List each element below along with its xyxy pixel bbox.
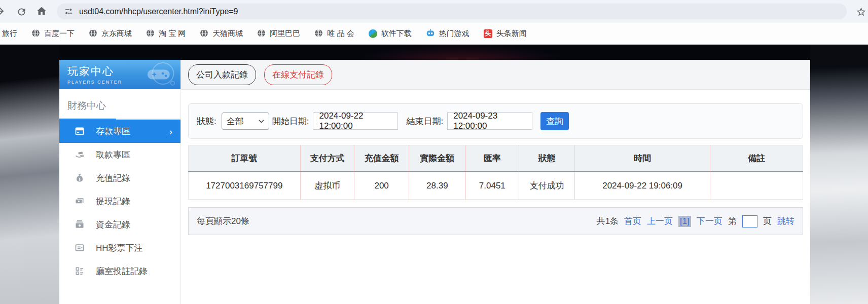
chevron-right-icon: ›: [169, 127, 172, 136]
sidebar-item-withdrawal-record[interactable]: 提現記錄: [59, 189, 180, 213]
sidebar-item-label: 廳室投註記錄: [96, 265, 148, 277]
home-icon[interactable]: [35, 5, 48, 17]
sidebar-item-label: 資金記錄: [96, 219, 130, 231]
browser-window: usdt04.com/hhcp/usercenter.html?iniType=…: [0, 0, 868, 304]
main-content: 狀態: 全部 開始日期: 2024-09-22 12:00:00 結束日期: 2…: [181, 90, 810, 304]
col-exchange-rate: 匯率: [465, 145, 519, 172]
cell-order-number: 1727003169757799: [189, 172, 301, 200]
bookmark-item[interactable]: 唯 品 会: [314, 29, 354, 39]
bookmark-item[interactable]: 百度一下: [31, 29, 75, 39]
url-text[interactable]: usdt04.com/hhcp/usercenter.html?iniType=…: [79, 7, 238, 16]
col-order-number: 訂單號: [189, 145, 301, 172]
page-suffix-text: 页: [763, 215, 772, 227]
col-actual-amount: 實際金額: [409, 145, 466, 172]
background-left-strip: [0, 45, 59, 304]
globe-icon: [314, 29, 323, 39]
ticket-list-icon: [75, 243, 85, 253]
col-remark: 備註: [710, 145, 803, 172]
browser-toolbar: usdt04.com/hhcp/usercenter.html?iniType=…: [0, 0, 868, 23]
bookmark-item[interactable]: 天猫商城: [200, 29, 243, 39]
bookmark-label: 阿里巴巴: [270, 29, 300, 39]
bookmark-label: 唯 品 会: [327, 29, 354, 39]
record-tabs: 公司入款記錄 在線支付記錄: [181, 60, 810, 90]
globe-icon: [257, 29, 266, 39]
col-recharge-amount: 充值金額: [354, 145, 409, 172]
bookmark-label: 百度一下: [44, 29, 75, 39]
page-prefix-text: 第: [728, 215, 737, 227]
current-page-indicator: [1]: [678, 216, 691, 227]
sidebar-header: 玩家中心 PLAYERS CENTER: [59, 60, 180, 89]
wallet-card-icon: [75, 196, 85, 206]
globe-icon: [89, 29, 97, 39]
pagination-bar: 每頁顯示20條 共1条 首页 上一页 [1] 下一页 第 页 跳转: [188, 207, 803, 235]
bookmark-item[interactable]: 阿里巴巴: [257, 29, 300, 39]
bookmark-item[interactable]: 京东商城: [89, 29, 132, 39]
background-right-strip: [810, 45, 868, 304]
page-jump-input[interactable]: [742, 215, 757, 227]
status-label: 狀態:: [197, 116, 216, 127]
cell-exchange-rate: 7.0451: [465, 172, 519, 200]
query-button[interactable]: 查詢: [540, 112, 569, 130]
records-table: 訂單號 支付方式 充值金額 實際金額 匯率 狀態 時間 備註: [188, 145, 803, 200]
gamepad-icon: [134, 61, 178, 89]
bookmark-label: 热门游戏: [439, 29, 469, 39]
site-settings-icon[interactable]: [64, 7, 73, 16]
sidebar-item-hh-lottery-bets[interactable]: HH彩票下注: [59, 236, 180, 259]
bookmark-item[interactable]: 头头条新闻: [484, 29, 527, 39]
sidebar-item-withdraw-zone[interactable]: 取款專區: [59, 143, 180, 166]
section-divider-accent: [59, 119, 116, 120]
filter-bar: 狀態: 全部 開始日期: 2024-09-22 12:00:00 結束日期: 2…: [188, 103, 803, 139]
total-count: 共1条: [597, 215, 619, 227]
tab-company-deposit-record[interactable]: 公司入款記錄: [188, 64, 256, 85]
banknote-icon: [75, 219, 85, 230]
bookmark-item[interactable]: 淘 宝 网: [146, 29, 186, 39]
end-date-input[interactable]: 2024-09-23 12:00:00: [447, 112, 532, 130]
table-header-row: 訂單號 支付方式 充值金額 實際金額 匯率 狀態 時間 備註: [189, 145, 803, 172]
main-area: 公司入款記錄 在線支付記錄 狀態: 全部 開始日期: 2024-09-22 12…: [181, 60, 810, 304]
sidebar: 玩家中心 PLAYERS CENTER 財務中心: [59, 60, 181, 304]
bookmark-label: 旅行: [2, 29, 17, 39]
sidebar-item-funds-record[interactable]: 資金記錄: [59, 213, 180, 236]
cell-status: 支付成功: [519, 172, 575, 200]
money-bag-icon: [75, 173, 85, 183]
toutiao-icon: 头: [484, 29, 492, 38]
start-date-input[interactable]: 2024-09-22 12:00:00: [313, 112, 398, 130]
sidebar-item-label: 提現記錄: [96, 196, 130, 207]
bookmark-item[interactable]: 热门游戏: [426, 28, 469, 39]
jump-link[interactable]: 跳转: [777, 215, 794, 227]
cell-recharge-amount: 200: [354, 172, 409, 200]
bookmark-label: 天猫商城: [212, 29, 243, 39]
finance-center-heading: 財務中心: [59, 89, 180, 119]
first-page-link[interactable]: 首页: [624, 215, 641, 227]
refresh-icon[interactable]: [15, 6, 27, 18]
cell-actual-amount: 28.39: [409, 172, 466, 200]
end-date-label: 結束日期:: [406, 116, 443, 127]
sidebar-item-deposit-zone[interactable]: 存款專區 ›: [59, 120, 180, 143]
deposit-card-icon: [75, 126, 85, 136]
tab-online-payment-record[interactable]: 在線支付記錄: [264, 64, 332, 85]
section-divider: [59, 119, 180, 120]
bookmark-item[interactable]: 软件下载: [369, 29, 412, 39]
address-bar[interactable]: usdt04.com/hhcp/usercenter.html?iniType=…: [57, 4, 847, 19]
per-page-text: 每頁顯示20條: [197, 215, 249, 227]
bookmark-label: 京东商城: [101, 29, 132, 39]
bookmark-label: 软件下载: [381, 29, 412, 39]
col-payment-method: 支付方式: [300, 145, 354, 172]
chevron-down-icon: [259, 120, 264, 123]
bookmark-item[interactable]: 旅行: [2, 29, 17, 39]
bookmark-label: 淘 宝 网: [159, 29, 186, 39]
prev-page-link[interactable]: 上一页: [647, 215, 673, 227]
col-status: 狀態: [519, 145, 575, 172]
hand-money-icon: [75, 149, 85, 160]
forward-icon[interactable]: [0, 5, 6, 17]
sidebar-item-recharge-record[interactable]: 充值記錄: [59, 166, 180, 189]
sidebar-item-label: 存款專區: [96, 126, 130, 137]
bookmark-star-icon[interactable]: [855, 6, 867, 18]
next-page-link[interactable]: 下一页: [697, 215, 722, 227]
game-icon: [426, 28, 435, 39]
start-date-label: 開始日期:: [272, 116, 309, 127]
sidebar-item-room-bet-record[interactable]: 廳室投註記錄: [59, 259, 180, 283]
status-select[interactable]: 全部: [222, 112, 269, 130]
globe-icon: [146, 29, 155, 39]
sidebar-item-label: HH彩票下注: [96, 242, 143, 254]
